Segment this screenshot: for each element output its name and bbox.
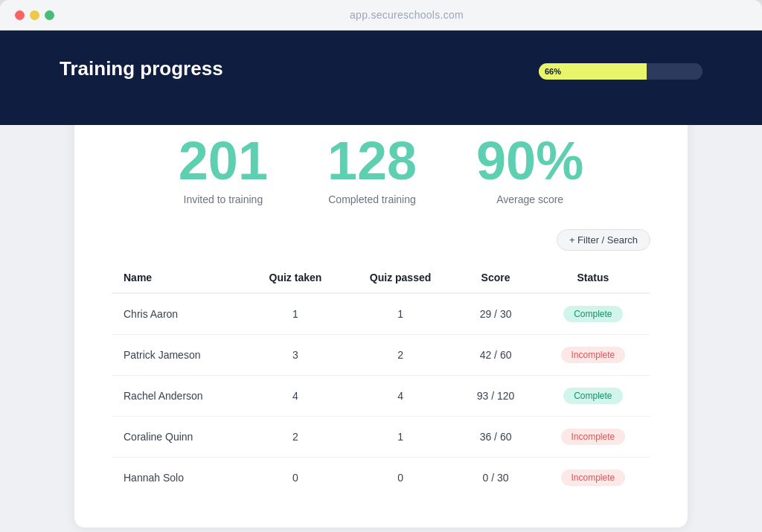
status-badge: Incomplete — [561, 429, 626, 445]
stat-score-number: 90% — [476, 134, 583, 188]
cell-quiz-taken: 0 — [246, 458, 345, 499]
cell-quiz-passed: 0 — [345, 458, 456, 499]
browser-window: app.secureschools.com Training progress … — [0, 0, 762, 532]
cell-status: Incomplete — [536, 335, 650, 376]
stat-completed-label: Completed training — [327, 193, 417, 205]
cell-name: Coraline Quinn — [112, 417, 246, 458]
col-header-name: Name — [112, 263, 246, 293]
browser-url: app.secureschools.com — [66, 9, 747, 21]
cell-score: 42 / 60 — [455, 335, 535, 376]
dot-red[interactable] — [15, 10, 25, 20]
stat-invited-number: 201 — [179, 134, 268, 188]
table-row: Chris Aaron 1 1 29 / 30 Complete — [112, 293, 650, 335]
dot-yellow[interactable] — [30, 10, 39, 20]
table-row: Hannah Solo 0 0 0 / 30 Incomplete — [112, 458, 650, 499]
progress-bar-container: 66% — [539, 63, 702, 80]
cell-quiz-passed: 2 — [345, 335, 456, 376]
col-header-quiz-passed: Quiz passed — [345, 263, 456, 293]
cell-quiz-taken: 2 — [246, 417, 345, 458]
progress-bar-remainder — [647, 63, 702, 80]
cell-score: 29 / 30 — [455, 293, 535, 335]
progress-bar-fill: 66% — [539, 63, 647, 80]
training-table: Name Quiz taken Quiz passed Score Status… — [112, 263, 650, 498]
cell-quiz-passed: 1 — [345, 293, 456, 335]
table-body: Chris Aaron 1 1 29 / 30 Complete Patrick… — [112, 293, 650, 498]
cell-score: 0 / 30 — [455, 458, 535, 499]
cell-name: Chris Aaron — [112, 293, 246, 335]
cell-quiz-taken: 4 — [246, 376, 345, 417]
table-row: Coraline Quinn 2 1 36 / 60 Incomplete — [112, 417, 650, 458]
stat-score-label: Average score — [476, 193, 583, 205]
stat-invited: 201 Invited to training — [179, 134, 268, 205]
col-header-quiz-taken: Quiz taken — [246, 263, 345, 293]
table-header: Name Quiz taken Quiz passed Score Status — [112, 263, 650, 293]
col-header-status: Status — [536, 263, 650, 293]
cell-quiz-passed: 1 — [345, 417, 456, 458]
cell-quiz-taken: 3 — [246, 335, 345, 376]
stat-completed-number: 128 — [327, 134, 417, 188]
stat-completed: 128 Completed training — [327, 134, 417, 205]
status-badge: Incomplete — [561, 347, 626, 363]
main-content: Training progress 66% 201 Invited to tra… — [0, 31, 762, 532]
dot-green[interactable] — [45, 10, 54, 20]
cell-name: Patrick Jameson — [112, 335, 246, 376]
table-header-row: Name Quiz taken Quiz passed Score Status — [112, 263, 650, 293]
progress-bar-wrapper: 66% — [539, 63, 702, 80]
col-header-score: Score — [455, 263, 535, 293]
hero-section: Training progress 66% — [0, 31, 762, 125]
cell-name: Rachel Anderson — [112, 376, 246, 417]
cell-score: 36 / 60 — [455, 417, 535, 458]
cell-score: 93 / 120 — [455, 376, 535, 417]
main-card: 201 Invited to training 128 Completed tr… — [74, 104, 688, 528]
stats-row: 201 Invited to training 128 Completed tr… — [112, 134, 650, 205]
cell-quiz-passed: 4 — [345, 376, 456, 417]
cell-status: Complete — [536, 293, 650, 335]
cell-status: Incomplete — [536, 458, 650, 499]
status-badge: Complete — [563, 306, 622, 322]
filter-row: + Filter / Search — [112, 229, 650, 251]
table-row: Rachel Anderson 4 4 93 / 120 Complete — [112, 376, 650, 417]
status-badge: Complete — [563, 388, 622, 404]
cell-status: Complete — [536, 376, 650, 417]
cell-name: Hannah Solo — [112, 458, 246, 499]
progress-label: 66% — [545, 67, 561, 76]
status-badge: Incomplete — [561, 469, 626, 486]
stat-invited-label: Invited to training — [179, 193, 268, 205]
cell-quiz-taken: 1 — [246, 293, 345, 335]
browser-bar: app.secureschools.com — [0, 0, 762, 31]
filter-search-button[interactable]: + Filter / Search — [557, 229, 650, 251]
browser-dots — [15, 10, 54, 20]
cell-status: Incomplete — [536, 417, 650, 458]
table-row: Patrick Jameson 3 2 42 / 60 Incomplete — [112, 335, 650, 376]
stat-score: 90% Average score — [476, 134, 583, 205]
